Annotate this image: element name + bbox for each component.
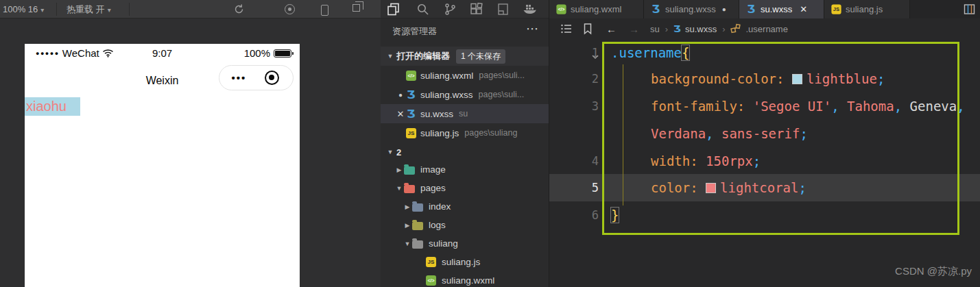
open-editor-su-wxss[interactable]: ✕ Ʒ su.wxss su xyxy=(381,104,549,123)
folder-name: index xyxy=(429,201,451,212)
breadcrumb-separator: › xyxy=(722,24,725,34)
js-file-icon: JS xyxy=(831,4,841,14)
file-name: suliang.js xyxy=(420,128,459,138)
simulator-toolbar: 100% 16▾ 热重载 开▾ xyxy=(0,0,381,18)
code-editor[interactable]: 1 2 3 4 5 6 .username{ background-color:… xyxy=(549,39,980,287)
zoom-label: 100% 16 xyxy=(3,4,38,14)
outline-list-icon[interactable] xyxy=(560,23,573,35)
tree-folder-pages[interactable]: ▼ pages xyxy=(381,179,549,197)
wxml-file-icon: </> xyxy=(406,71,416,81)
css-value: Geneva xyxy=(910,99,957,114)
extensions-icon[interactable] xyxy=(470,3,483,16)
open-editors-section[interactable]: ▼ 打开的编辑器 1 个未保存 xyxy=(381,47,549,66)
open-folder-icon xyxy=(412,240,423,249)
open-editor-suliang-wxss[interactable]: ● Ʒ suliang.wxss pages\suli... xyxy=(381,85,549,104)
code-line-2: background-color: lightblue; xyxy=(651,65,885,92)
battery-status: 100% xyxy=(244,47,291,59)
zoom-dropdown[interactable]: 100% 16▾ xyxy=(3,0,44,18)
tree-file-suliang-wxml[interactable]: </> suliang.wxml xyxy=(381,271,549,287)
project-section[interactable]: ▼ 2 xyxy=(381,142,549,162)
chevron-down-icon: ▼ xyxy=(385,149,395,155)
line-number: 3 xyxy=(559,92,599,120)
comma: , xyxy=(706,126,713,141)
chevron-right-icon: ▶ xyxy=(394,166,404,173)
fold-chevron-icon[interactable] xyxy=(591,48,599,55)
open-editor-suliang-wxml[interactable]: </> suliang.wxml pages\suli... xyxy=(381,66,549,85)
css-value: lightcoral xyxy=(720,180,798,195)
css-value: sans-serif xyxy=(721,126,800,141)
refresh-icon[interactable] xyxy=(233,3,245,15)
comma: , xyxy=(894,99,902,114)
docker-icon[interactable] xyxy=(523,3,536,16)
forward-arrow-icon: → xyxy=(629,23,639,35)
more-actions-icon[interactable]: ⋯ xyxy=(526,21,539,36)
folder-name: image xyxy=(420,164,446,175)
code-line-3-wrap: Verdana, sans-serif; xyxy=(651,120,808,147)
file-name: suliang.wxss xyxy=(420,90,473,100)
css-value: lightblue xyxy=(806,71,877,86)
css-property: width: xyxy=(651,153,698,169)
breadcrumb-file[interactable]: su.wxss xyxy=(685,24,717,34)
semicolon: ; xyxy=(877,71,885,86)
open-brace: { xyxy=(682,45,689,60)
capsule-menu: ••• xyxy=(219,65,294,90)
file-name: su.wxss xyxy=(420,109,453,119)
open-editor-suliang-js[interactable]: JS suliang.js pages\suliang xyxy=(381,123,549,142)
explorer-title: 资源管理器 xyxy=(392,25,437,38)
line-number-active: 5 xyxy=(559,174,599,201)
file-path: pages\suli... xyxy=(479,90,525,99)
file-path: su xyxy=(459,109,468,118)
simulator-panel: 100% 16▾ 热重载 开▾ ●●●●● WeChat 9:07 100% W… xyxy=(0,0,381,287)
back-arrow-icon[interactable]: ← xyxy=(606,23,617,35)
more-menu-button[interactable]: ••• xyxy=(229,72,247,84)
minimize-target-button[interactable] xyxy=(265,71,279,85)
tree-folder-image[interactable]: ▶ image xyxy=(381,160,549,179)
tree-folder-suliang[interactable]: ▼ suliang xyxy=(381,234,549,253)
close-icon[interactable]: ✕ xyxy=(395,109,406,119)
tree-folder-logs[interactable]: ▶ logs xyxy=(381,216,549,234)
tab-label: su.wxss xyxy=(761,4,792,14)
file-name: suliang.js xyxy=(442,257,480,267)
tree-folder-index[interactable]: ▶ index xyxy=(381,197,549,216)
split-editor-icon[interactable] xyxy=(964,3,975,15)
code-line-5: color: lightcoral; xyxy=(651,174,806,201)
wxss-file-icon: Ʒ xyxy=(406,90,416,100)
chevron-right-icon: ▶ xyxy=(403,203,412,210)
wxss-file-icon: Ʒ xyxy=(746,4,756,14)
chevron-down-icon: ▾ xyxy=(40,6,44,14)
chevron-down-icon: ▼ xyxy=(385,53,395,60)
folder-name: pages xyxy=(420,183,446,193)
comma: , xyxy=(957,99,964,114)
code-line-4: width: 150rpx; xyxy=(651,147,761,175)
breadcrumb-symbol[interactable]: .username xyxy=(745,24,787,34)
file-path: pages\suliang xyxy=(464,128,517,138)
source-control-icon[interactable] xyxy=(444,3,457,16)
toolbar-divider xyxy=(129,3,130,16)
activity-bar xyxy=(381,0,549,18)
tree-file-suliang-js[interactable]: JS suliang.js xyxy=(381,253,549,271)
device-icon[interactable] xyxy=(321,5,328,16)
record-icon[interactable] xyxy=(285,4,295,14)
multi-window-icon[interactable] xyxy=(352,4,360,12)
hot-reload-dropdown[interactable]: 热重载 开▾ xyxy=(67,0,111,18)
code-line-6: } xyxy=(611,201,619,229)
tab-suliang-wxml[interactable]: </> suliang.wxml xyxy=(549,0,644,18)
notebook-icon[interactable] xyxy=(497,3,510,16)
color-swatch-lightblue xyxy=(792,74,802,84)
search-icon[interactable] xyxy=(416,3,429,16)
symbol-class-icon xyxy=(730,23,741,34)
explorer-icon[interactable] xyxy=(387,3,400,16)
breadcrumb-folder[interactable]: su xyxy=(650,24,660,34)
csdn-watermark: CSDN @苏凉.py xyxy=(895,265,972,278)
file-path: pages\suli... xyxy=(479,71,525,80)
editor-tab-bar: </> suliang.wxml Ʒ suliang.wxss ● Ʒ su.w… xyxy=(549,0,980,18)
wxml-file-icon: </> xyxy=(556,4,566,14)
tab-suliang-wxss[interactable]: Ʒ suliang.wxss ● xyxy=(644,0,739,18)
tab-su-wxss[interactable]: Ʒ su.wxss ✕ xyxy=(739,0,824,18)
close-icon[interactable]: ✕ xyxy=(800,4,807,14)
code-line-1: .username{ xyxy=(611,39,689,66)
battery-icon xyxy=(274,49,291,58)
tab-suliang-js[interactable]: JS suliang.js xyxy=(824,0,910,18)
index-folder-icon xyxy=(412,203,423,212)
bookmark-icon[interactable] xyxy=(582,23,594,35)
